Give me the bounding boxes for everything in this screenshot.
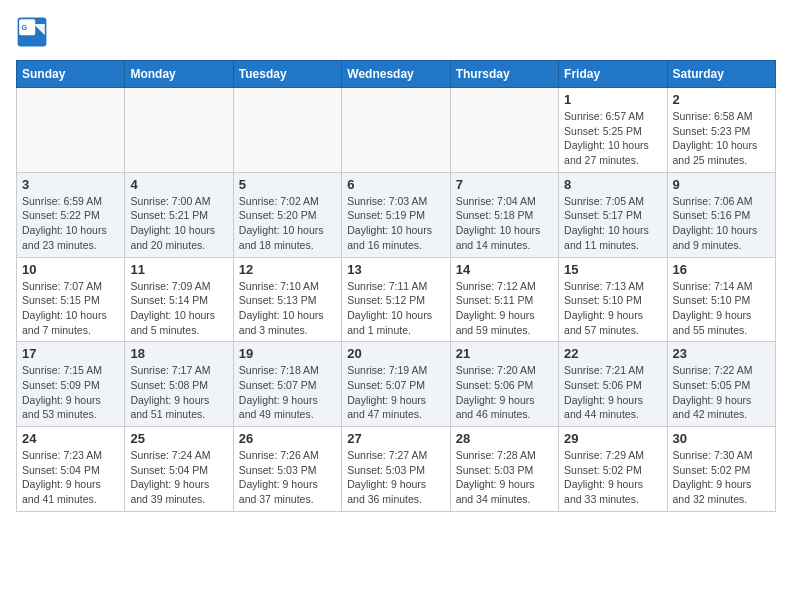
- calendar-cell: 15Sunrise: 7:13 AM Sunset: 5:10 PM Dayli…: [559, 257, 667, 342]
- day-number: 28: [456, 431, 553, 446]
- day-info: Sunrise: 7:17 AM Sunset: 5:08 PM Dayligh…: [130, 363, 227, 422]
- day-info: Sunrise: 6:57 AM Sunset: 5:25 PM Dayligh…: [564, 109, 661, 168]
- calendar-cell: 28Sunrise: 7:28 AM Sunset: 5:03 PM Dayli…: [450, 427, 558, 512]
- calendar-cell: 11Sunrise: 7:09 AM Sunset: 5:14 PM Dayli…: [125, 257, 233, 342]
- day-number: 4: [130, 177, 227, 192]
- calendar-cell: 21Sunrise: 7:20 AM Sunset: 5:06 PM Dayli…: [450, 342, 558, 427]
- calendar-cell: 12Sunrise: 7:10 AM Sunset: 5:13 PM Dayli…: [233, 257, 341, 342]
- calendar-week-2: 3Sunrise: 6:59 AM Sunset: 5:22 PM Daylig…: [17, 172, 776, 257]
- logo: G: [16, 16, 52, 48]
- day-info: Sunrise: 7:28 AM Sunset: 5:03 PM Dayligh…: [456, 448, 553, 507]
- day-number: 2: [673, 92, 770, 107]
- day-number: 27: [347, 431, 444, 446]
- day-number: 5: [239, 177, 336, 192]
- calendar-cell: 23Sunrise: 7:22 AM Sunset: 5:05 PM Dayli…: [667, 342, 775, 427]
- calendar-cell: 4Sunrise: 7:00 AM Sunset: 5:21 PM Daylig…: [125, 172, 233, 257]
- day-info: Sunrise: 7:14 AM Sunset: 5:10 PM Dayligh…: [673, 279, 770, 338]
- day-info: Sunrise: 7:15 AM Sunset: 5:09 PM Dayligh…: [22, 363, 119, 422]
- day-number: 18: [130, 346, 227, 361]
- weekday-header-monday: Monday: [125, 61, 233, 88]
- day-info: Sunrise: 7:05 AM Sunset: 5:17 PM Dayligh…: [564, 194, 661, 253]
- day-number: 10: [22, 262, 119, 277]
- day-info: Sunrise: 7:30 AM Sunset: 5:02 PM Dayligh…: [673, 448, 770, 507]
- calendar-cell: [17, 88, 125, 173]
- calendar-cell: [233, 88, 341, 173]
- day-info: Sunrise: 7:11 AM Sunset: 5:12 PM Dayligh…: [347, 279, 444, 338]
- calendar-week-5: 24Sunrise: 7:23 AM Sunset: 5:04 PM Dayli…: [17, 427, 776, 512]
- day-info: Sunrise: 7:20 AM Sunset: 5:06 PM Dayligh…: [456, 363, 553, 422]
- day-info: Sunrise: 7:04 AM Sunset: 5:18 PM Dayligh…: [456, 194, 553, 253]
- calendar-cell: 20Sunrise: 7:19 AM Sunset: 5:07 PM Dayli…: [342, 342, 450, 427]
- day-number: 19: [239, 346, 336, 361]
- calendar-cell: 18Sunrise: 7:17 AM Sunset: 5:08 PM Dayli…: [125, 342, 233, 427]
- calendar-cell: 27Sunrise: 7:27 AM Sunset: 5:03 PM Dayli…: [342, 427, 450, 512]
- day-number: 13: [347, 262, 444, 277]
- day-info: Sunrise: 7:29 AM Sunset: 5:02 PM Dayligh…: [564, 448, 661, 507]
- day-info: Sunrise: 7:21 AM Sunset: 5:06 PM Dayligh…: [564, 363, 661, 422]
- day-number: 26: [239, 431, 336, 446]
- day-number: 16: [673, 262, 770, 277]
- day-number: 9: [673, 177, 770, 192]
- calendar-week-4: 17Sunrise: 7:15 AM Sunset: 5:09 PM Dayli…: [17, 342, 776, 427]
- calendar-cell: [342, 88, 450, 173]
- calendar-cell: 14Sunrise: 7:12 AM Sunset: 5:11 PM Dayli…: [450, 257, 558, 342]
- day-number: 3: [22, 177, 119, 192]
- day-number: 1: [564, 92, 661, 107]
- calendar-cell: [125, 88, 233, 173]
- calendar-cell: 22Sunrise: 7:21 AM Sunset: 5:06 PM Dayli…: [559, 342, 667, 427]
- day-info: Sunrise: 7:26 AM Sunset: 5:03 PM Dayligh…: [239, 448, 336, 507]
- calendar-table: SundayMondayTuesdayWednesdayThursdayFrid…: [16, 60, 776, 512]
- day-number: 7: [456, 177, 553, 192]
- day-info: Sunrise: 7:22 AM Sunset: 5:05 PM Dayligh…: [673, 363, 770, 422]
- calendar-cell: [450, 88, 558, 173]
- day-info: Sunrise: 7:12 AM Sunset: 5:11 PM Dayligh…: [456, 279, 553, 338]
- day-info: Sunrise: 7:13 AM Sunset: 5:10 PM Dayligh…: [564, 279, 661, 338]
- calendar-cell: 7Sunrise: 7:04 AM Sunset: 5:18 PM Daylig…: [450, 172, 558, 257]
- day-number: 20: [347, 346, 444, 361]
- page-header: G: [16, 16, 776, 48]
- day-number: 29: [564, 431, 661, 446]
- day-number: 23: [673, 346, 770, 361]
- day-info: Sunrise: 7:24 AM Sunset: 5:04 PM Dayligh…: [130, 448, 227, 507]
- day-info: Sunrise: 6:58 AM Sunset: 5:23 PM Dayligh…: [673, 109, 770, 168]
- calendar-cell: 2Sunrise: 6:58 AM Sunset: 5:23 PM Daylig…: [667, 88, 775, 173]
- calendar-cell: 24Sunrise: 7:23 AM Sunset: 5:04 PM Dayli…: [17, 427, 125, 512]
- svg-text:G: G: [22, 23, 28, 32]
- calendar-week-1: 1Sunrise: 6:57 AM Sunset: 5:25 PM Daylig…: [17, 88, 776, 173]
- day-number: 8: [564, 177, 661, 192]
- day-info: Sunrise: 7:02 AM Sunset: 5:20 PM Dayligh…: [239, 194, 336, 253]
- day-info: Sunrise: 7:07 AM Sunset: 5:15 PM Dayligh…: [22, 279, 119, 338]
- day-number: 30: [673, 431, 770, 446]
- logo-icon: G: [16, 16, 48, 48]
- calendar-cell: 6Sunrise: 7:03 AM Sunset: 5:19 PM Daylig…: [342, 172, 450, 257]
- day-info: Sunrise: 7:10 AM Sunset: 5:13 PM Dayligh…: [239, 279, 336, 338]
- day-number: 6: [347, 177, 444, 192]
- day-number: 11: [130, 262, 227, 277]
- day-number: 21: [456, 346, 553, 361]
- weekday-header-saturday: Saturday: [667, 61, 775, 88]
- calendar-cell: 25Sunrise: 7:24 AM Sunset: 5:04 PM Dayli…: [125, 427, 233, 512]
- day-info: Sunrise: 7:03 AM Sunset: 5:19 PM Dayligh…: [347, 194, 444, 253]
- day-info: Sunrise: 7:23 AM Sunset: 5:04 PM Dayligh…: [22, 448, 119, 507]
- day-info: Sunrise: 7:00 AM Sunset: 5:21 PM Dayligh…: [130, 194, 227, 253]
- day-number: 14: [456, 262, 553, 277]
- day-number: 12: [239, 262, 336, 277]
- weekday-header-friday: Friday: [559, 61, 667, 88]
- calendar-cell: 16Sunrise: 7:14 AM Sunset: 5:10 PM Dayli…: [667, 257, 775, 342]
- calendar-cell: 5Sunrise: 7:02 AM Sunset: 5:20 PM Daylig…: [233, 172, 341, 257]
- calendar-cell: 10Sunrise: 7:07 AM Sunset: 5:15 PM Dayli…: [17, 257, 125, 342]
- weekday-header-thursday: Thursday: [450, 61, 558, 88]
- calendar-cell: 8Sunrise: 7:05 AM Sunset: 5:17 PM Daylig…: [559, 172, 667, 257]
- calendar-cell: 13Sunrise: 7:11 AM Sunset: 5:12 PM Dayli…: [342, 257, 450, 342]
- day-info: Sunrise: 7:09 AM Sunset: 5:14 PM Dayligh…: [130, 279, 227, 338]
- calendar-cell: 30Sunrise: 7:30 AM Sunset: 5:02 PM Dayli…: [667, 427, 775, 512]
- day-info: Sunrise: 7:06 AM Sunset: 5:16 PM Dayligh…: [673, 194, 770, 253]
- day-info: Sunrise: 7:27 AM Sunset: 5:03 PM Dayligh…: [347, 448, 444, 507]
- day-number: 22: [564, 346, 661, 361]
- weekday-header-wednesday: Wednesday: [342, 61, 450, 88]
- calendar-cell: 19Sunrise: 7:18 AM Sunset: 5:07 PM Dayli…: [233, 342, 341, 427]
- day-number: 25: [130, 431, 227, 446]
- weekday-header-sunday: Sunday: [17, 61, 125, 88]
- calendar-cell: 17Sunrise: 7:15 AM Sunset: 5:09 PM Dayli…: [17, 342, 125, 427]
- calendar-cell: 3Sunrise: 6:59 AM Sunset: 5:22 PM Daylig…: [17, 172, 125, 257]
